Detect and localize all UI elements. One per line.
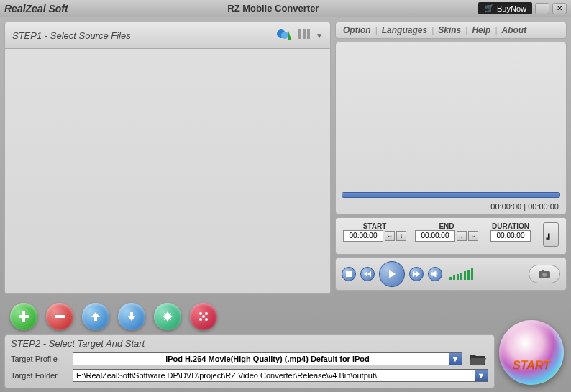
preview-time: 00:00:00 | 00:00:00 [490,202,559,211]
add-button[interactable] [10,303,37,330]
move-down-button[interactable] [118,303,145,330]
folder-input[interactable]: E:\RealZealSoft\Software DP\DVD\project\… [73,369,488,382]
menu-about[interactable]: About [502,25,527,35]
svg-point-7 [542,273,547,277]
svg-rect-11 [55,315,65,318]
svg-point-13 [205,312,208,315]
next-button[interactable] [409,267,424,281]
start-down-button[interactable]: ↓ [396,231,406,241]
end-label: END [415,222,478,230]
start-time-input[interactable]: 00:00:00 [343,230,383,242]
start-label: START [513,359,550,372]
svg-point-1 [281,32,288,39]
duration-time-input[interactable]: 00:00:00 [490,230,531,242]
svg-rect-3 [303,29,306,39]
menu-help[interactable]: Help [472,25,490,35]
preview-seekbar[interactable] [342,192,560,198]
duration-label: DURATION [487,222,534,230]
volume-level[interactable] [449,268,473,280]
svg-point-16 [202,315,205,318]
preview-area: 00:00:00 | 00:00:00 [335,42,567,214]
start-button[interactable]: START [499,320,564,385]
cart-icon: 🛒 [484,4,494,13]
svg-rect-10 [19,315,29,318]
start-left-button[interactable]: ← [385,231,395,241]
snapshot-button[interactable] [529,265,560,283]
step1-header: STEP1 - Select Source Files ▼ [4,22,331,49]
move-up-button[interactable] [82,303,109,330]
end-down-button[interactable]: ↓ [457,231,467,241]
titlebar: RealZeal Soft RZ Mobile Converter 🛒 BuyN… [0,0,571,17]
bracket-button[interactable]: 』 [543,222,559,247]
menu-skins[interactable]: Skins [438,25,461,35]
chevron-down-icon[interactable]: ▼ [449,353,462,365]
buynow-button[interactable]: 🛒 BuyNow [478,2,532,14]
chevron-down-icon[interactable]: ▼ [316,32,323,40]
profile-select[interactable]: iPod H.264 Movie(High Quality) (.mp4) De… [73,352,462,365]
end-time-input[interactable]: 00:00:00 [415,230,455,242]
start-label: START [343,222,406,230]
close-button[interactable]: ✕ [552,3,567,14]
svg-point-14 [199,318,202,321]
minimize-button[interactable]: — [535,3,549,14]
trim-panel: START 00:00:00 ← ↓ END 00:00:00 ↓ → [335,217,567,255]
menu-languages[interactable]: Languages [382,25,427,35]
svg-rect-5 [346,271,352,277]
menu-option[interactable]: Option [343,25,371,35]
step2-panel: STEP2 - Select Target And Start Target P… [4,334,495,388]
prev-button[interactable] [360,267,375,281]
profile-browse-button[interactable] [467,352,488,366]
svg-point-12 [199,312,202,315]
profile-label: Target Profile [11,355,68,363]
chevron-down-icon[interactable]: ▼ [475,370,488,381]
svg-rect-8 [542,270,544,272]
brand-label: RealZeal Soft [4,3,68,14]
end-right-button[interactable]: → [468,231,478,241]
app-title: RZ Mobile Converter [68,3,478,14]
buynow-label: BuyNow [497,4,526,13]
remove-button[interactable] [46,303,73,330]
folder-label: Target Folder [11,371,68,380]
step2-title: STEP2 - Select Target And Start [11,338,488,349]
file-list[interactable] [4,49,331,294]
media-info-button[interactable] [190,303,217,330]
stop-button[interactable] [342,267,356,281]
columns-icon[interactable] [297,27,311,44]
menubar: Option| Languages| Skins| Help| About [335,22,567,39]
svg-point-15 [205,318,208,321]
play-button[interactable] [379,261,405,287]
svg-rect-2 [298,29,301,39]
action-row [4,298,567,334]
add-file-icon[interactable] [275,27,293,44]
volume-button[interactable] [428,267,442,281]
svg-rect-4 [307,29,310,39]
play-panel [335,257,567,291]
settings-button[interactable] [154,303,181,330]
source-panel: STEP1 - Select Source Files ▼ [4,22,331,294]
step1-title: STEP1 - Select Source Files [12,30,131,41]
